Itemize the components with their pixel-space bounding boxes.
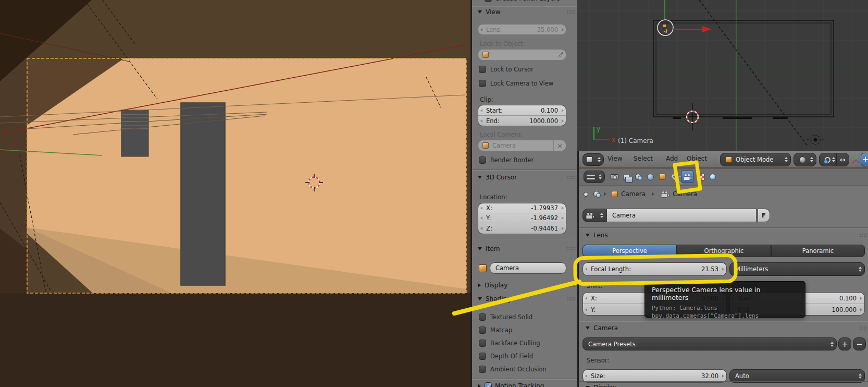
chevron-updown-icon [600,213,603,218]
axis-y-label: y [597,125,600,132]
panel-separator [579,381,868,382]
add-preset-button[interactable]: + [838,337,851,350]
scene-icon[interactable] [593,191,600,197]
door-object[interactable] [181,103,225,285]
menu-select[interactable]: Select [634,155,653,162]
chevron-updown-icon [859,373,862,379]
clear-local-camera-button[interactable]: × [553,140,566,151]
clip-start-field[interactable]: Start: 0.100 [478,105,566,116]
tab-world[interactable] [644,171,656,183]
menu-add[interactable]: Add [666,155,678,162]
shading-dropdown[interactable] [793,153,816,166]
tab-render-layers[interactable] [621,171,632,183]
eyedropper-icon[interactable] [558,52,563,57]
menu-view[interactable]: View [607,155,622,162]
cursor-y-field[interactable]: Y: -1.96492 [478,213,566,223]
panel-header-view[interactable]: View [478,8,572,16]
datablock-name-field[interactable]: Camera [606,209,757,222]
local-camera-label: Local Camera: [480,131,523,138]
editor-type-button[interactable] [582,153,604,166]
manipulate-center-points-toggle[interactable]: ↔ [836,153,849,166]
camera-presets-dropdown[interactable]: Camera Presets [582,337,837,350]
menu-object[interactable]: Object [687,155,707,162]
blender-window: Grease Pencil Layers View Lens: 35.000 L… [0,0,868,387]
checkbox-lock-to-cursor[interactable]: Lock to Cursor [479,66,534,73]
viewport-editor-icon [586,156,592,163]
manipulator-axes-icon[interactable] [851,154,861,165]
lens-unit-dropdown[interactable]: Millimeters [729,262,865,276]
panel-separator [579,321,868,322]
tab-object[interactable] [656,171,668,183]
breadcrumb-data[interactable]: Camera [673,190,697,198]
checkbox-textured-solid[interactable]: Textured Solid [479,313,532,321]
pivot-icon [825,157,830,163]
tab-texture[interactable] [695,171,706,183]
tab-render[interactable] [609,171,620,183]
lock-to-object-label: Lock to Object: [480,40,525,47]
camera-data-icon [586,212,594,219]
local-camera-field[interactable]: Camera × [478,140,566,151]
tab-orthographic[interactable]: Orthographic [677,245,771,257]
object-icon [612,191,618,197]
camera-view-viewport[interactable] [0,0,470,387]
checkbox-ambient-occlusion[interactable]: Ambient Occlusion [479,366,547,373]
cube-icon [482,52,489,58]
cursor-x-field[interactable]: X: -1.79937 [478,203,566,213]
clip-end-field[interactable]: End: 1000.000 [478,116,566,126]
panel-header-display[interactable]: Display [478,282,572,289]
tooltip-path: bpy.data.cameras["Camera"].lens [652,312,798,320]
lens-field[interactable]: Lens: 35.000 [478,24,566,35]
pivot-dropdown[interactable]: ↔ [819,153,849,166]
panel-separator [472,379,577,380]
panel-header-lens[interactable]: Lens [586,232,864,239]
tab-panoramic[interactable]: Panoramic [771,245,865,257]
lock-object-field[interactable] [478,49,566,61]
fake-user-button[interactable]: F [758,209,770,222]
cursor-location-group: X: -1.79937 Y: -1.96492 Z: -0.94461 [478,203,566,234]
checkbox-lock-camera-to-view[interactable]: Lock Camera to View [479,80,553,87]
panel-header-3d-cursor[interactable]: 3D Cursor [478,174,572,181]
tab-scene[interactable] [633,171,644,183]
clip-label: Clip: [480,96,493,103]
cursor-z-field[interactable]: Z: -0.94461 [478,223,566,233]
cube-icon [479,264,487,272]
checkbox-render-border[interactable]: Render Border [479,156,534,164]
checkbox-depth-of-field[interactable]: Depth Of Field [479,353,533,360]
render-icon [611,174,618,179]
mode-dropdown[interactable]: Object Mode [720,153,791,166]
tab-camera-data[interactable] [681,171,693,183]
focal-length-field[interactable]: Focal Length: 21.53 [582,262,727,276]
panel-header-motion-tracking[interactable]: Motion Tracking [478,382,574,387]
panel-header-grease-pencil[interactable]: Grease Pencil Layers [478,0,572,2]
tab-perspective[interactable]: Perspective [582,245,677,257]
tooltip: Perspective Camera lens value in millime… [644,281,805,318]
globe-icon [799,156,806,163]
chevron-updown-icon [832,157,835,162]
breadcrumb-arrow-icon [604,192,606,196]
checkbox-matcap[interactable]: Matcap [479,326,512,334]
item-name-field[interactable]: Camera [490,262,566,274]
tab-physics[interactable] [707,171,718,183]
panel-separator [472,240,577,241]
editor-type-button[interactable] [584,171,605,183]
panel-header-display[interactable]: Display [586,384,864,387]
checkbox-backface-culling[interactable]: Backface Culling [479,340,540,347]
tab-constraints[interactable] [668,171,680,183]
pin-icon[interactable] [583,191,589,197]
camera-data-icon [661,191,669,198]
properties-editor-icon [587,174,595,180]
panel-header-item[interactable]: Item [478,245,572,252]
viewport-camera-label: (1) Camera [618,137,653,144]
camera-data-icon [683,174,692,180]
id-type-button[interactable] [582,209,606,222]
breadcrumb-object[interactable]: Camera [621,190,646,198]
object-icon [659,174,665,180]
panel-separator [472,6,577,7]
panel-header-camera[interactable]: Camera [586,324,864,332]
translate-manipulator-button[interactable] [861,153,868,166]
panel-header-shading[interactable]: Shading [478,295,572,303]
sensor-label: Sensor: [587,357,609,364]
top-view-viewport[interactable]: y x [577,0,868,151]
panel-separator [472,170,577,171]
remove-preset-button[interactable]: − [853,337,866,350]
